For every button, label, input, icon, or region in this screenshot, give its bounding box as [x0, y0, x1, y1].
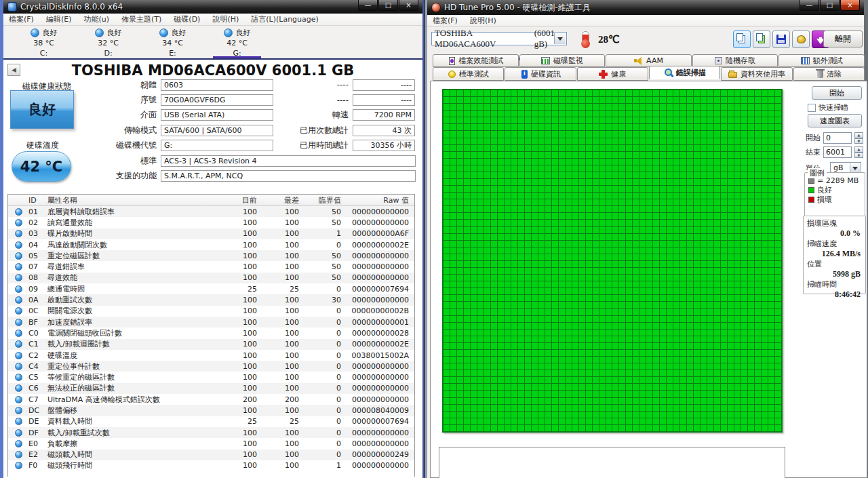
tab[interactable]: 額外測試: [778, 54, 865, 67]
attribute-worst: 100: [262, 296, 304, 304]
table-row[interactable]: 05 重定位磁區計數 100 100 50 000000000000: [8, 250, 414, 261]
table-row[interactable]: C4 重定位事件計數 100 100 0 000000000000: [8, 361, 414, 372]
save-icon: [776, 35, 786, 44]
toolbar-button[interactable]: [753, 31, 770, 48]
start-position-spinner[interactable]: ▲ ▼: [854, 132, 863, 144]
maximize-button[interactable]: □: [820, 0, 840, 11]
speed-map-button[interactable]: 速度圖表: [808, 114, 862, 127]
end-position-spinner[interactable]: ▲ ▼: [854, 146, 863, 158]
table-row[interactable]: 03 碟片啟動時間 100 100 1 000000000A6F: [8, 228, 414, 239]
table-row[interactable]: C7 UltraDMA 高速傳輸模式錯誤次數 200 200 0 0000000…: [8, 394, 414, 405]
drive-letter: E:: [140, 48, 205, 58]
drive-tab[interactable]: 良好 42 °C G:: [205, 26, 269, 58]
attribute-current: 100: [220, 439, 262, 448]
spin-down-icon[interactable]: ▼: [854, 153, 863, 159]
drive-select[interactable]: TOSHIBA MD06ACA600V (6001 gB): [431, 32, 567, 45]
tab[interactable]: 健康: [577, 67, 648, 81]
stat-value: 5998 gB: [807, 269, 862, 279]
menu-item[interactable]: 磁碟(D): [174, 14, 200, 24]
attribute-threshold: 0: [304, 450, 347, 459]
attribute-name: 資料載入時間: [47, 416, 220, 426]
spin-down-icon[interactable]: ▼: [854, 138, 863, 144]
attribute-status-icon: [15, 352, 22, 359]
toolbar-button[interactable]: [772, 31, 790, 48]
exit-button[interactable]: 離開: [823, 31, 863, 47]
menu-item[interactable]: 說明(H): [212, 14, 239, 24]
minimize-button[interactable]: —: [358, 0, 378, 11]
tab[interactable]: 檔案效能測試: [433, 54, 519, 67]
close-button[interactable]: ×: [840, 0, 860, 11]
table-row[interactable]: C1 載入/卸載迴圈計數 100 100 0 00000000002E: [8, 339, 414, 350]
header-worst: 最差: [262, 195, 304, 205]
drive-temp: 34 °C: [140, 38, 205, 48]
minimize-button[interactable]: —: [800, 0, 819, 11]
table-row[interactable]: 08 尋道效能 100 100 50 000000000000: [8, 273, 414, 283]
drive-tab[interactable]: 良好 32 °C D:: [76, 26, 140, 58]
start-position-input[interactable]: 0: [823, 132, 852, 144]
quick-scan-checkbox[interactable]: [808, 104, 816, 112]
table-row[interactable]: DC 盤體偏移 100 100 0 000008040009: [8, 405, 414, 416]
toolbar-button[interactable]: [733, 31, 751, 48]
toolbar-button[interactable]: [792, 31, 810, 48]
table-row[interactable]: C5 等候重定的磁區計數 100 100 0 000000000000: [8, 372, 414, 382]
chevron-down-icon[interactable]: [850, 163, 860, 173]
maximize-button[interactable]: □: [378, 0, 398, 11]
table-row[interactable]: C2 硬碟溫度 100 100 0 00380015002A: [8, 350, 414, 361]
tab[interactable]: 標準測試: [433, 67, 504, 81]
tab[interactable]: 磁碟監視: [519, 54, 606, 67]
tab-row-bottom: 標準測試 硬碟資訊 健康 錯誤掃描: [433, 67, 865, 81]
table-row[interactable]: BF 加速度錯誤率 100 100 0 000000000001: [8, 317, 414, 327]
menu-item[interactable]: 說明(H): [470, 16, 496, 26]
scan-stat: 損壞區塊 0.0 %: [807, 218, 862, 239]
tab[interactable]: 硬碟資訊: [505, 67, 576, 81]
drive-tab[interactable]: 良好 34 °C E:: [140, 26, 205, 58]
tab[interactable]: 資料夾使用率: [721, 67, 792, 81]
table-row[interactable]: E0 負載摩擦 100 100 0 000000000000: [8, 438, 414, 449]
table-row[interactable]: 0A 啟動重試次數 100 100 30 000000000000: [8, 294, 414, 305]
info-fields-wide: 標準 ACS-3 | ACS-3 Revision 4 支援的功能 S.M.A.…: [3, 153, 418, 184]
tab-label: 硬碟資訊: [531, 69, 561, 79]
table-row[interactable]: C6 無法校正的磁區計數 100 100 0 000000000000: [8, 383, 414, 394]
table-row[interactable]: 04 馬達啟動關閉次數 100 100 0 00000000002E: [8, 239, 414, 250]
attribute-status-icon: [15, 263, 22, 271]
table-row[interactable]: DE 資料載入時間 25 25 0 000000007694: [8, 416, 414, 427]
table-row[interactable]: 01 底層資料讀取錯誤率 100 100 50 000000000000: [8, 206, 414, 217]
menu-item[interactable]: 功能(u): [83, 14, 109, 24]
health-orb-icon: [31, 28, 39, 37]
attribute-raw: 000000000A6F: [347, 229, 414, 238]
drive-tab[interactable]: 良好 38 °C C:: [12, 26, 76, 58]
right-titlebar[interactable]: HD Tune Pro 5.00 - 硬碟檢測-維護工具 — □ ×: [427, 0, 864, 15]
menu-item[interactable]: 編輯(E): [46, 14, 72, 24]
table-row[interactable]: 0C 開關電源次數 100 100 0 00000000002B: [8, 306, 414, 317]
table-row[interactable]: C0 電源關閉磁頭收回計數 100 100 0 000000000028: [8, 327, 414, 338]
table-row[interactable]: 07 尋道錯誤率 100 100 50 000000000000: [8, 261, 414, 272]
tab-row-top: 檔案效能測試 磁碟監視 AAM 隨機存取: [433, 54, 865, 67]
spin-up-icon[interactable]: ▲: [854, 146, 863, 153]
field-label: 介面: [3, 109, 161, 121]
tab[interactable]: 清除: [793, 67, 865, 81]
table-row[interactable]: DF 載入/卸載重試次數 100 100 0 000000000000: [8, 427, 414, 438]
tab[interactable]: 錯誤掃描: [649, 66, 720, 79]
left-titlebar[interactable]: CrystalDiskInfo 8.0.0 x64 — □ ×: [3, 0, 422, 14]
menu-item[interactable]: 檔案(F): [433, 16, 458, 26]
stat-label: 掃瞄速度: [807, 239, 862, 249]
menu-item[interactable]: 檔案(F): [9, 14, 34, 24]
header-current: 目前: [220, 195, 262, 205]
chevron-down-icon[interactable]: [554, 33, 566, 44]
table-row[interactable]: 09 總通電時間 25 25 0 000000007694: [8, 283, 414, 294]
table-row[interactable]: 02 讀寫通量效能 100 100 50 000000000000: [8, 217, 414, 228]
menu-item[interactable]: 語言(L)(Language): [251, 14, 319, 24]
attribute-worst: 25: [262, 285, 304, 294]
attribute-current: 100: [220, 306, 262, 315]
attribute-status-icon: [15, 384, 22, 392]
legend-label: 損壞: [817, 195, 832, 205]
start-button[interactable]: 開始: [812, 86, 862, 100]
table-row[interactable]: E2 磁頭載入時間 100 100 0 000000000249: [8, 450, 414, 460]
table-row[interactable]: F0 磁頭飛行時間 100 100 1 000000000000: [8, 460, 414, 471]
end-position-input[interactable]: 6001: [823, 146, 852, 158]
close-button[interactable]: ×: [399, 0, 418, 11]
spin-up-icon[interactable]: ▲: [854, 132, 863, 138]
start-position-row: 開始 0 ▲ ▼: [806, 132, 863, 144]
attribute-worst: 200: [262, 395, 304, 404]
menu-item[interactable]: 佈景主題(T): [121, 14, 161, 24]
